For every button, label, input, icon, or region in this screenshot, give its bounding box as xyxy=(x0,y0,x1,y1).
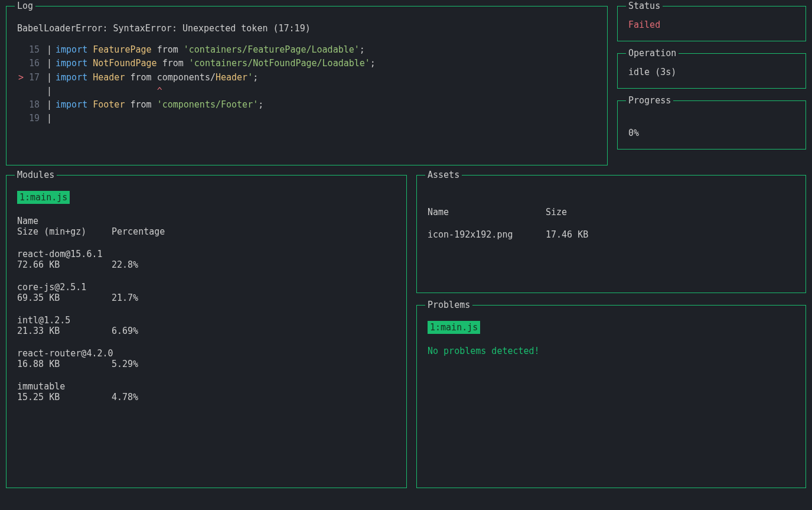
module-pct: 5.29% xyxy=(112,359,138,369)
gutter-pipe: | xyxy=(43,112,56,125)
progress-value: 0% xyxy=(628,128,795,138)
gutter-pipe: | xyxy=(43,57,56,70)
gutter-pipe: | xyxy=(43,85,56,98)
line-number: 16 xyxy=(17,57,43,70)
code-block: 15 | import FeaturePage from 'containers… xyxy=(17,43,596,126)
asset-size: 17.46 KB xyxy=(546,229,588,240)
module-size: 72.66 KB xyxy=(17,259,112,270)
assets-header-name: Name xyxy=(428,207,546,217)
module-size: 21.33 KB xyxy=(17,326,112,336)
problems-panel: Problems 1:main.js No problems detected! xyxy=(416,305,806,488)
modules-panel: Modules 1:main.js Name Size (min+gz) Per… xyxy=(6,175,407,488)
operation-title: Operation xyxy=(626,48,679,59)
code-caret-line: | ^ xyxy=(17,85,596,98)
modules-list: react-dom@15.6.1 72.66 KB22.8% core-js@2… xyxy=(17,249,396,402)
module-row: react-router@4.2.0 16.88 KB5.29% xyxy=(17,348,396,369)
module-name: react-router@4.2.0 xyxy=(17,348,396,359)
modules-header-size: Size (min+gz) xyxy=(17,226,112,237)
log-panel: Log BabelLoaderError: SyntaxError: Unexp… xyxy=(6,6,608,165)
progress-panel: Progress 0% xyxy=(617,100,806,150)
modules-header-name: Name xyxy=(17,216,396,226)
line-number: 19 xyxy=(17,112,43,125)
module-pct: 21.7% xyxy=(112,293,138,303)
gutter-pipe: | xyxy=(43,98,56,112)
module-row: core-js@2.5.1 69.35 KB21.7% xyxy=(17,282,396,303)
modules-badge[interactable]: 1:main.js xyxy=(17,191,70,204)
module-row: react-dom@15.6.1 72.66 KB22.8% xyxy=(17,249,396,270)
module-row: intl@1.2.5 21.33 KB6.69% xyxy=(17,315,396,336)
module-pct: 6.69% xyxy=(112,326,138,336)
status-column: Status Failed Operation idle (3s) Progre… xyxy=(617,6,806,165)
modules-title: Modules xyxy=(15,170,57,180)
modules-header-pct: Percentage xyxy=(112,226,165,237)
problems-title: Problems xyxy=(425,300,472,310)
module-size: 69.35 KB xyxy=(17,293,112,303)
status-title: Status xyxy=(626,1,663,11)
line-number: > 17 xyxy=(17,71,43,85)
module-name: intl@1.2.5 xyxy=(17,315,396,326)
module-row: immutable 15.25 KB4.78% xyxy=(17,381,396,402)
module-pct: 4.78% xyxy=(112,392,138,402)
assets-panel: Assets Name Size icon-192x192.png 17.46 … xyxy=(416,175,806,293)
operation-panel: Operation idle (3s) xyxy=(617,53,806,89)
module-size: 16.88 KB xyxy=(17,359,112,369)
operation-value: idle (3s) xyxy=(628,67,795,77)
asset-name: icon-192x192.png xyxy=(428,229,546,240)
code-line: 19 | xyxy=(17,112,596,125)
problems-badge[interactable]: 1:main.js xyxy=(428,321,480,334)
gutter-pipe: | xyxy=(43,43,56,57)
modules-header: Name Size (min+gz) Percentage xyxy=(17,216,396,237)
assets-header: Name Size xyxy=(428,207,795,217)
assets-title: Assets xyxy=(425,170,462,180)
code-line: 18 | import Footer from 'components/Foot… xyxy=(17,98,596,112)
module-size: 15.25 KB xyxy=(17,392,112,402)
status-panel: Status Failed xyxy=(617,6,806,41)
status-value: Failed xyxy=(628,20,795,30)
code-line: 16 | import NotFoundPage from 'container… xyxy=(17,57,596,70)
module-name: react-dom@15.6.1 xyxy=(17,249,396,259)
module-name: core-js@2.5.1 xyxy=(17,282,396,293)
module-name: immutable xyxy=(17,381,396,392)
error-marker: > xyxy=(18,72,24,83)
line-number: 18 xyxy=(17,98,43,112)
module-pct: 22.8% xyxy=(112,259,138,270)
log-error-message: BabelLoaderError: SyntaxError: Unexpecte… xyxy=(17,23,596,34)
problems-ok-message: No problems detected! xyxy=(428,346,795,356)
assets-header-size: Size xyxy=(546,207,567,217)
gutter-pipe: | xyxy=(43,71,56,85)
line-number: 15 xyxy=(17,43,43,57)
asset-row: icon-192x192.png 17.46 KB xyxy=(428,229,795,240)
code-line-error: > 17 | import Header from components/Hea… xyxy=(17,71,596,85)
code-line: 15 | import FeaturePage from 'containers… xyxy=(17,43,596,57)
progress-title: Progress xyxy=(626,95,673,106)
log-title: Log xyxy=(15,1,35,11)
error-caret-icon: ^ xyxy=(157,86,162,96)
